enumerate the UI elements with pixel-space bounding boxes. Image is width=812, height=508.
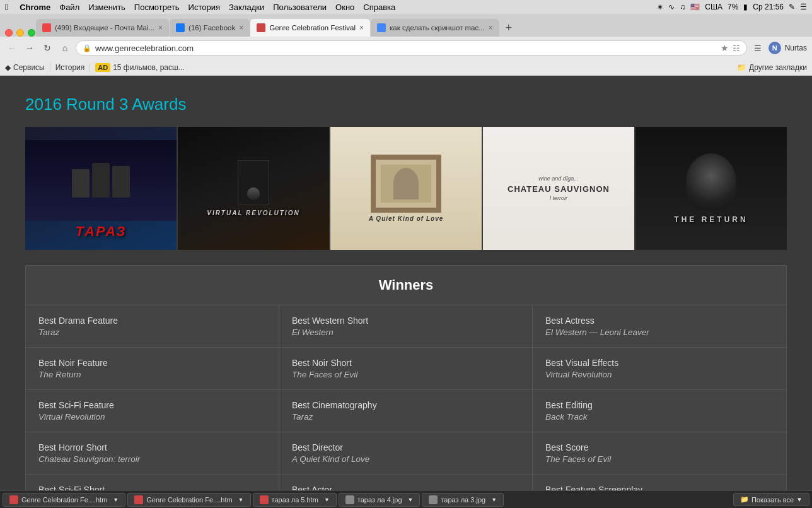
bookmark-star-icon[interactable]: ★	[721, 43, 729, 53]
tab-title-mail: (499) Входящие - Почта Mai...	[55, 24, 154, 32]
taskbar-item-5[interactable]: тараз ла 3.jpg ▼	[422, 493, 504, 507]
show-all-button[interactable]: 📁 Показать все ▼	[733, 493, 809, 506]
taskbar-dropdown-1[interactable]: ▼	[113, 497, 119, 503]
forward-button[interactable]: →	[23, 41, 37, 55]
edit-menu[interactable]: Изменить	[88, 3, 125, 12]
posters-grid: ТАРАЗ VIRTUAL REVOLUTION A Quiet Kind of…	[25, 127, 787, 250]
taskbar-item-4[interactable]: тараз ла 4.jpg ▼	[339, 493, 420, 507]
winner-category-director: Best Director	[292, 442, 519, 452]
winner-film-editing: Back Track	[545, 412, 774, 422]
wifi-icon: ∿	[668, 3, 675, 11]
winner-film-vfx: Virtual Revolution	[545, 370, 774, 379]
winner-category-scifi-feature: Best Sci-Fi Feature	[38, 400, 266, 410]
tab-screenshot[interactable]: как сделать скриншот mac... ×	[371, 19, 499, 37]
refresh-button[interactable]: ↻	[40, 41, 54, 55]
taskbar-dropdown-2[interactable]: ▼	[238, 497, 244, 503]
url-text: www.genrecelebration.com	[95, 44, 717, 53]
file-menu[interactable]: Файл	[59, 3, 79, 12]
winner-cell-noir-feature: Best Noir Feature The Return	[26, 348, 279, 390]
home-button[interactable]: ⌂	[58, 41, 72, 55]
history-menu[interactable]: История	[188, 3, 220, 12]
battery-icon: ▮	[743, 3, 748, 11]
help-menu[interactable]: Справка	[363, 3, 395, 12]
folder-taskbar-icon: 📁	[740, 495, 749, 504]
winner-film-score: The Faces of Evil	[545, 454, 774, 464]
taskbar-icon-5	[429, 495, 438, 504]
user-avatar[interactable]: N	[768, 42, 781, 54]
taskbar-dropdown-3[interactable]: ▼	[324, 497, 330, 503]
users-menu[interactable]: Пользователи	[273, 3, 327, 12]
taskbar-item-1[interactable]: Genre Celebration Fe....htm ▼	[3, 493, 125, 507]
taskbar-dropdown-4[interactable]: ▼	[408, 497, 414, 503]
poster-virtual[interactable]: VIRTUAL REVOLUTION	[178, 127, 329, 250]
tab-title-genre: Genre Celebration Festival	[269, 24, 356, 32]
tab-facebook[interactable]: (16) Facebook ×	[170, 19, 250, 37]
taskbar-icon-4	[345, 495, 354, 504]
tab-close-screenshot[interactable]: ×	[489, 23, 493, 32]
winner-film-drama: Taraz	[38, 328, 266, 337]
bookmarks-menu[interactable]: Закладки	[229, 3, 264, 12]
search-menu-icon[interactable]: ✎	[789, 3, 795, 11]
poster-quiet-label: A Quiet Kind of Love	[369, 215, 444, 222]
winner-cell-vfx: Best Visual Effects Virtual Revolution	[533, 348, 786, 390]
folder-icon: 📁	[737, 63, 746, 72]
winner-film-horror: Chateau Sauvignon: terroir	[38, 454, 266, 464]
winner-film-noir-short: The Faces of Evil	[292, 370, 519, 379]
winner-film-scifi-feature: Virtual Revolution	[38, 412, 266, 422]
taskbar-dropdown-5[interactable]: ▼	[491, 497, 497, 503]
extension-button[interactable]: ☰	[751, 41, 765, 55]
bookmark-ad[interactable]: AD 15 фильмов, расш...	[95, 63, 184, 72]
bookmark-services-label: Сервисы	[13, 63, 45, 72]
poster-quiet[interactable]: A Quiet Kind of Love	[330, 127, 482, 250]
bookmark-separator-2	[90, 63, 90, 72]
winner-cell-actress: Best Actress El Western — Leoni Leaver	[533, 305, 786, 348]
apple-menu-icon[interactable]: 	[5, 2, 8, 12]
page-title: 2016 Round 3 Awards	[25, 95, 787, 114]
window-menu[interactable]: Окно	[335, 3, 354, 12]
new-tab-button[interactable]: +	[500, 19, 518, 37]
tab-close-genre[interactable]: ×	[359, 23, 364, 32]
reader-mode-icon[interactable]: ☷	[733, 44, 740, 53]
tab-favicon-screenshot	[377, 23, 386, 32]
winner-cell-scifi-feature: Best Sci-Fi Feature Virtual Revolution	[26, 390, 279, 432]
sound-icon: ♫	[680, 3, 685, 11]
tab-favicon-facebook	[176, 23, 185, 32]
bookmark-ad-label: 15 фильмов, расш...	[113, 63, 184, 72]
winner-film-noir-feature: The Return	[38, 370, 266, 379]
bookmark-history[interactable]: История	[55, 63, 85, 72]
close-window-button[interactable]	[5, 29, 13, 37]
poster-taraz[interactable]: ТАРАЗ	[25, 127, 177, 250]
tab-mail[interactable]: (499) Входящие - Почта Mai... ×	[36, 19, 169, 37]
fullscreen-window-button[interactable]	[28, 29, 35, 37]
taskbar-icon-2	[134, 495, 143, 504]
view-menu[interactable]: Посмотреть	[134, 3, 180, 12]
url-input[interactable]: 🔒 www.genrecelebration.com ★ ☷	[76, 40, 747, 56]
bookmark-other[interactable]: 📁 Другие закладки	[737, 63, 807, 72]
list-icon[interactable]: ☰	[800, 3, 807, 11]
bookmark-services[interactable]: ◆ Сервисы	[5, 63, 45, 72]
winner-cell-drama: Best Drama Feature Taraz	[26, 305, 279, 348]
tab-genre[interactable]: Genre Celebration Festival ×	[250, 19, 370, 37]
history-bm-label: История	[55, 63, 85, 72]
tab-favicon-mail	[42, 23, 51, 32]
bookmark-other-label: Другие закладки	[749, 63, 807, 72]
mac-menu-bar:  Chrome Файл Изменить Посмотреть Истори…	[0, 0, 812, 14]
winner-category-noir-short: Best Noir Short	[292, 358, 519, 368]
taskbar-item-3[interactable]: тараз ла 5.htm ▼	[253, 493, 337, 507]
flag-icon: 🇺🇸	[690, 3, 700, 11]
tab-close-facebook[interactable]: ×	[239, 23, 243, 32]
poster-chateau[interactable]: wine and dîga... CHATEAU SAUVIGNON l ter…	[483, 127, 634, 250]
winner-cell-noir-short: Best Noir Short The Faces of Evil	[279, 348, 533, 390]
taskbar-label-5: тараз ла 3.jpg	[441, 496, 485, 504]
taskbar-label-4: тараз ла 4.jpg	[357, 496, 402, 504]
bookmarks-bar: ◆ Сервисы История AD 15 фильмов, расш...…	[0, 59, 812, 76]
winner-film-director: A Quiet Kind of Love	[292, 454, 519, 464]
taskbar-item-2[interactable]: Genre Celebration Fe....htm ▼	[127, 493, 250, 507]
winner-film-western-short: El Western	[292, 328, 519, 337]
chrome-menu[interactable]: Chrome	[20, 3, 50, 12]
back-button[interactable]: ←	[5, 41, 19, 55]
poster-return[interactable]: THE RETURN	[635, 127, 787, 250]
winner-category-drama: Best Drama Feature	[38, 316, 266, 326]
minimize-window-button[interactable]	[16, 29, 24, 37]
tab-close-mail[interactable]: ×	[158, 23, 163, 32]
